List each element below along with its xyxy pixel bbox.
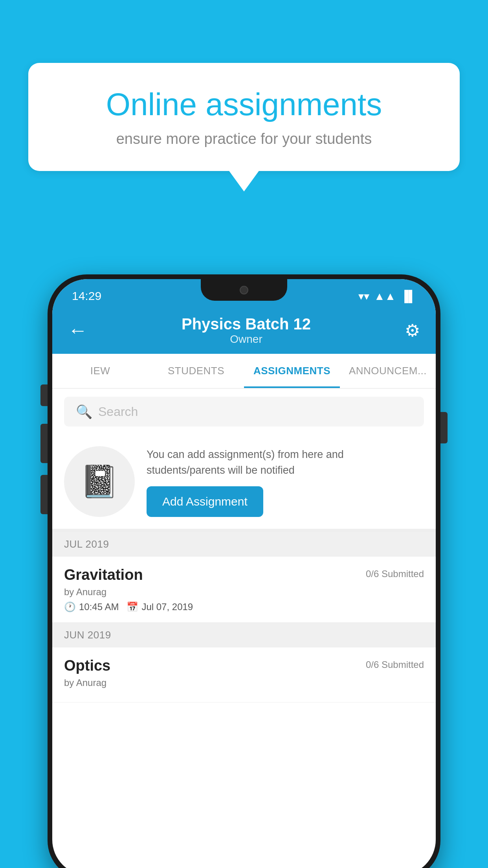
assignment-top: Gravitation 0/6 Submitted — [64, 566, 424, 583]
tabs-container: IEW STUDENTS ASSIGNMENTS ANNOUNCEM... — [52, 354, 436, 389]
promo-section: 📓 You can add assignment(s) from here an… — [52, 434, 436, 532]
assignment-datetime: 🕐 10:45 AM 📅 Jul 07, 2019 — [64, 601, 424, 612]
volume-down-button — [40, 475, 48, 514]
assignment-top-optics: Optics 0/6 Submitted — [64, 657, 424, 674]
search-icon: 🔍 — [76, 404, 92, 419]
header-center: Physics Batch 12 Owner — [182, 315, 311, 346]
clock-icon: 🕐 — [64, 601, 76, 612]
header-subtitle: Owner — [182, 333, 311, 346]
speech-bubble-container: Online assignments ensure more practice … — [28, 63, 460, 171]
assignment-author-optics: by Anurag — [64, 677, 106, 688]
time-value: 10:45 AM — [79, 601, 119, 612]
tab-assignments[interactable]: ASSIGNMENTS — [244, 354, 340, 388]
phone-notch — [201, 279, 287, 301]
date-value: Jul 07, 2019 — [141, 601, 193, 612]
tab-students[interactable]: STUDENTS — [148, 354, 244, 388]
bubble-subtitle: ensure more practice for your students — [56, 131, 432, 147]
promo-description: You can add assignment(s) from here and … — [147, 447, 424, 478]
assignment-item-optics[interactable]: Optics 0/6 Submitted by Anurag — [52, 647, 436, 702]
front-camera — [240, 286, 248, 294]
header-title: Physics Batch 12 — [182, 315, 311, 333]
power-button — [440, 412, 448, 443]
promo-icon-circle: 📓 — [64, 446, 135, 517]
phone-frame: 14:29 ▾▾ ▲▲ ▐▌ ← Physics Batch 12 Owner … — [48, 274, 440, 868]
section-header-jun: JUN 2019 — [52, 623, 436, 647]
notebook-icon: 📓 — [80, 463, 119, 500]
volume-silent-button — [40, 384, 48, 406]
calendar-icon: 📅 — [127, 601, 138, 612]
assignment-meta-optics: by Anurag — [64, 677, 424, 688]
status-icons: ▾▾ ▲▲ ▐▌ — [358, 290, 416, 303]
battery-icon: ▐▌ — [400, 290, 416, 303]
datetime-time: 🕐 10:45 AM — [64, 601, 119, 612]
datetime-date: 📅 Jul 07, 2019 — [127, 601, 193, 612]
search-container: 🔍 Search — [52, 389, 436, 434]
signal-icon: ▲▲ — [374, 290, 396, 303]
search-bar[interactable]: 🔍 Search — [64, 397, 424, 427]
assignment-submitted-optics: 0/6 Submitted — [366, 659, 424, 670]
section-header-jul: JUL 2019 — [52, 532, 436, 557]
gear-icon[interactable]: ⚙ — [405, 320, 420, 340]
promo-right: You can add assignment(s) from here and … — [147, 447, 424, 517]
tab-announcements[interactable]: ANNOUNCEM... — [340, 354, 436, 388]
search-input[interactable]: Search — [98, 405, 138, 419]
volume-up-button — [40, 424, 48, 463]
assignment-name-optics: Optics — [64, 657, 110, 674]
tab-overview[interactable]: IEW — [52, 354, 148, 388]
phone-screen: 14:29 ▾▾ ▲▲ ▐▌ ← Physics Batch 12 Owner … — [52, 279, 436, 868]
add-assignment-button[interactable]: Add Assignment — [147, 486, 263, 517]
assignment-name: Gravitation — [64, 566, 143, 583]
back-button[interactable]: ← — [68, 319, 88, 342]
bubble-title: Online assignments — [56, 86, 432, 123]
assignment-item-gravitation[interactable]: Gravitation 0/6 Submitted by Anurag 🕐 10… — [52, 557, 436, 623]
assignment-author: by Anurag — [64, 587, 106, 598]
status-time: 14:29 — [72, 289, 101, 303]
app-header: ← Physics Batch 12 Owner ⚙ — [52, 307, 436, 354]
assignment-submitted: 0/6 Submitted — [366, 568, 424, 579]
wifi-icon: ▾▾ — [358, 290, 369, 303]
assignment-meta: by Anurag — [64, 587, 424, 598]
speech-bubble: Online assignments ensure more practice … — [28, 63, 460, 171]
